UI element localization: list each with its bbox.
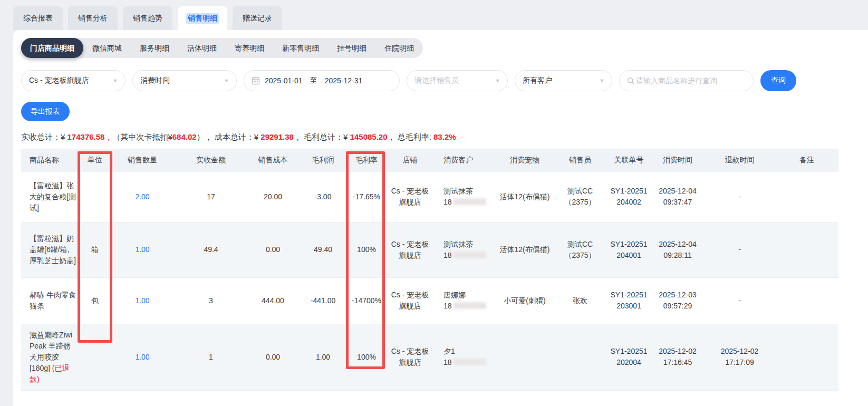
- table-row: 滋益巅峰Ziwi Peak 羊蹄髈犬用咬胶[180g] (已退款) 1.00 1…: [21, 324, 838, 390]
- tab-comprehensive-report[interactable]: 综合报表: [13, 6, 63, 30]
- cell-salesperson: 张欢: [554, 277, 606, 324]
- cell-consume-time: 2025-12-04 09:28:11: [651, 222, 704, 277]
- cell-received-amount: 1: [174, 324, 248, 390]
- table-row: 郝哧 牛肉零食猫条 包 1.00 3 444.00 -441.00 -14700…: [21, 277, 838, 324]
- customer-select-value: 所有客户: [523, 76, 552, 85]
- cell-sales-cost: 444.00: [248, 277, 298, 324]
- gross-profit-total-value: 145085.20: [350, 132, 388, 141]
- cell-gross-margin: 100%: [348, 324, 385, 390]
- cell-sales-cost: 0.00: [248, 324, 298, 390]
- cell-gross-margin: -14700%: [348, 277, 385, 324]
- chevron-down-icon: ▼: [224, 78, 230, 83]
- subtab-service-detail[interactable]: 服务明细: [131, 38, 178, 58]
- cell-refund-time: -: [704, 222, 775, 277]
- salesperson-select[interactable]: 请选择销售员 ▼: [407, 70, 508, 91]
- store-select[interactable]: Cs - 宠老板旗舰店 ▼: [21, 70, 126, 91]
- sales-qty-link[interactable]: 1.00: [111, 324, 174, 390]
- store-select-value: Cs - 宠老板旗舰店: [29, 76, 89, 85]
- cell-refund-time: 2025-12-02 17:17:09: [704, 324, 775, 390]
- cell-customer: 测试抹茶18: [435, 222, 496, 277]
- summary-label: ， 毛利总计：¥: [294, 132, 350, 141]
- subtab-registration-detail[interactable]: 挂号明细: [328, 38, 375, 58]
- sales-qty-link[interactable]: 1.00: [111, 277, 174, 324]
- col-header-gross-margin: 毛利率: [348, 149, 385, 172]
- subtab-new-retail-detail[interactable]: 新零售明细: [273, 38, 328, 58]
- cell-order-no: SY1-20251203001: [606, 277, 651, 324]
- sales-qty-link[interactable]: 2.00: [111, 172, 174, 222]
- tab-label: 综合报表: [23, 14, 53, 23]
- query-button[interactable]: 查询: [760, 70, 796, 91]
- tab-label: 销售趋势: [133, 14, 162, 23]
- product-search-input[interactable]: [635, 76, 746, 85]
- summary-label: 实收总计：¥: [21, 132, 67, 141]
- subtab-wechat-mall[interactable]: 微信商城: [83, 38, 131, 58]
- tab-label: 赠送记录: [243, 14, 272, 23]
- export-report-button[interactable]: 导出报表: [21, 102, 70, 121]
- customer-select[interactable]: 所有客户 ▼: [515, 70, 612, 91]
- cell-store: Cs - 宠老板旗舰店: [385, 324, 435, 390]
- gross-margin-rate-value: 83.2%: [433, 132, 456, 141]
- cell-consume-time: 2025-12-04 09:37:47: [651, 172, 704, 222]
- cell-product-name: 滋益巅峰Ziwi Peak 羊蹄髈犬用咬胶[180g] (已退款): [21, 324, 79, 390]
- cell-product-name: 郝哧 牛肉零食猫条: [21, 277, 79, 324]
- summary-label: ，（其中次卡抵扣¥: [104, 132, 172, 141]
- tab-gift-records[interactable]: 赠送记录: [233, 6, 282, 30]
- tab-sales-detail[interactable]: 销售明细: [178, 6, 227, 30]
- tab-sales-trend[interactable]: 销售趋势: [123, 6, 172, 30]
- calendar-icon: [252, 76, 260, 85]
- summary-label: ， 总毛利率:: [388, 132, 434, 141]
- cell-note: [775, 277, 838, 324]
- phone-prefix: 18: [443, 251, 452, 259]
- customer-phone: 18: [443, 301, 493, 312]
- salesperson-placeholder: 请选择销售员: [414, 76, 459, 85]
- subtab-live-pet-detail[interactable]: 活体明细: [178, 38, 226, 58]
- redacted-phone-blur: [454, 252, 486, 258]
- tab-sales-analysis[interactable]: 销售分析: [68, 6, 118, 30]
- cell-customer: 测试抹茶18: [435, 172, 496, 222]
- cell-gross-profit: -3.00: [298, 172, 348, 222]
- redacted-phone-blur: [454, 302, 486, 309]
- time-type-value: 消费时间: [140, 76, 170, 85]
- cell-gross-profit: -441.00: [298, 277, 348, 324]
- subtab-store-goods-detail[interactable]: 门店商品明细: [21, 38, 83, 58]
- cell-gross-margin: -17.65%: [348, 172, 385, 222]
- cell-gross-margin: 100%: [348, 222, 385, 277]
- col-header-store: 店铺: [385, 149, 435, 172]
- table-row: 【富粒滋】张大的复合粮[测试] 2.00 17 20.00 -3.00 -17.…: [21, 172, 838, 222]
- date-separator: 至: [310, 76, 317, 85]
- received-total-value: 174376.58: [67, 132, 105, 141]
- customer-phone: 18: [443, 250, 493, 261]
- cell-received-amount: 49.4: [174, 222, 248, 277]
- cell-store: Cs - 宠老板旗舰店: [385, 172, 435, 222]
- cell-note: [775, 324, 838, 390]
- cell-gross-profit: 1.00: [298, 324, 348, 390]
- customer-name: 测试抹茶: [443, 239, 493, 250]
- tab-label: 销售明细: [186, 13, 219, 24]
- customer-name: 测试抹茶: [443, 186, 493, 197]
- table-header-row: 商品名称 单位 销售数量 实收金额 销售成本 毛利润 毛利率 店铺 消费客户 消…: [21, 149, 838, 172]
- sales-qty-link[interactable]: 1.00: [111, 222, 174, 277]
- card-deduction-value: 684.02: [172, 132, 197, 141]
- cell-order-no: SY1-20251202004: [606, 324, 651, 390]
- cell-consume-time: 2025-12-02 17:16:45: [651, 324, 704, 390]
- customer-name: 夕1: [443, 346, 493, 357]
- product-name: 【富粒滋】张大的复合粮[测试]: [30, 181, 76, 212]
- time-type-select[interactable]: 消费时间 ▼: [132, 70, 237, 91]
- totals-summary: 实收总计：¥ 174376.58，（其中次卡抵扣¥684.02）， 成本总计：¥…: [21, 132, 860, 142]
- cost-total-value: 29291.38: [261, 132, 294, 141]
- phone-prefix: 18: [443, 358, 452, 366]
- subtab-hospitalization-detail[interactable]: 住院明细: [375, 38, 423, 58]
- redacted-phone-blur: [454, 359, 486, 365]
- col-header-unit: 单位: [79, 149, 111, 172]
- col-header-order-no: 关联单号: [606, 149, 651, 172]
- date-range-picker[interactable]: 2025-01-01 至 2025-12-31: [244, 70, 400, 91]
- subtab-boarding-detail[interactable]: 寄养明细: [226, 38, 273, 58]
- summary-label: ）， 成本总计：¥: [197, 132, 261, 141]
- cell-store: Cs - 宠老板旗舰店: [385, 277, 435, 324]
- product-search-box[interactable]: [619, 70, 754, 91]
- col-header-gross-profit: 毛利润: [298, 149, 348, 172]
- col-header-sales-qty: 销售数量: [111, 149, 174, 172]
- phone-prefix: 18: [443, 198, 452, 206]
- cell-salesperson: 测试CC（2375）: [554, 172, 606, 222]
- chevron-down-icon: ▼: [495, 78, 501, 83]
